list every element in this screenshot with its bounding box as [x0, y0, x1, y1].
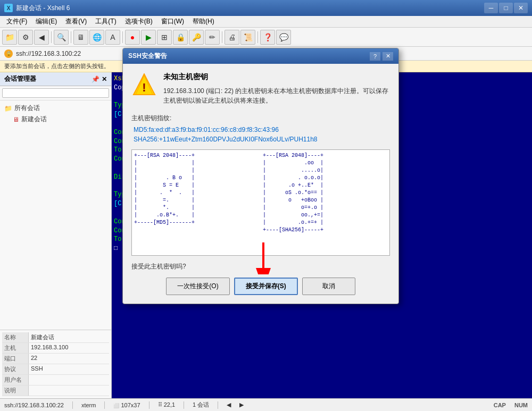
- address-text: ssh://192.168.3.100:22: [16, 50, 81, 57]
- app-icon: X: [4, 4, 13, 12]
- menu-file[interactable]: 文件(F): [2, 16, 31, 27]
- sidebar-tree: 📁 所有会话 🖥 新建会话: [0, 100, 111, 330]
- folder-icon: 📁: [4, 105, 12, 112]
- prop-description: 说明: [2, 385, 109, 396]
- dialog-header: ! 未知主机密钥 192.168.3.100 (端口: 22) 的主机密钥未在本…: [131, 72, 390, 105]
- prop-name: 名称 新建会话: [2, 332, 109, 343]
- svg-text:!: !: [142, 81, 146, 94]
- dialog-controls: ? ✕: [370, 52, 393, 61]
- key-block-sha256: +---[RSA 2048]----+ | .oo | | .....o| | …: [263, 152, 387, 253]
- toolbar-help-btn[interactable]: ❓: [260, 30, 275, 45]
- pin-icon[interactable]: 📌: [92, 76, 99, 83]
- cancel-button[interactable]: 取消: [302, 278, 355, 295]
- toolbar-new-btn[interactable]: 📁: [2, 30, 17, 45]
- prop-description-label: 说明: [2, 385, 29, 396]
- status-terminal-type: xterm: [81, 402, 96, 408]
- fingerprint-label: 主机密钥指纹:: [131, 114, 390, 123]
- nav-right-icon[interactable]: ▶: [239, 401, 244, 408]
- fingerprint-section: 主机密钥指纹: MD5:fa:ed:df:a3:f9:ba:f9:01:cc:9…: [131, 114, 390, 143]
- prop-port: 端口 22: [2, 354, 109, 364]
- menu-tools[interactable]: 工具(T): [91, 16, 120, 27]
- toolbar-script-btn[interactable]: 📜: [240, 30, 255, 45]
- dialog-help-btn[interactable]: ?: [370, 52, 380, 61]
- fingerprint-sha256: SHA256:+11wEeut+Ztm160DPVJu2dUKI0FNox6oU…: [131, 136, 390, 143]
- sidebar-search-area: [0, 86, 111, 100]
- status-size: ⬜ 107x37: [113, 402, 140, 408]
- dialog-main-title: 未知主机密钥: [163, 72, 390, 82]
- toolbar-copy-btn[interactable]: ⚙: [18, 30, 33, 45]
- sidebar: 会话管理器 📌 ✕ 📁 所有会话 🖥 新建会话 名称 新建会话: [0, 72, 112, 398]
- sidebar-header: 会话管理器 📌 ✕: [0, 72, 111, 86]
- accept-save-button[interactable]: 接受并保存(S): [234, 278, 298, 295]
- toolbar-red-btn[interactable]: ●: [125, 30, 140, 45]
- toolbar-sep-1: [51, 31, 52, 43]
- status-sep-1: [72, 401, 73, 409]
- toolbar-layout-btn[interactable]: ⊞: [157, 30, 172, 45]
- tree-item-all-sessions[interactable]: 📁 所有会话: [2, 103, 109, 114]
- search-input[interactable]: [2, 88, 109, 98]
- sidebar-close-icon[interactable]: ✕: [102, 76, 107, 83]
- window-controls: ─ □ ✕: [484, 3, 528, 13]
- toolbar-paste-btn[interactable]: ◀: [34, 30, 49, 45]
- maximize-button[interactable]: □: [499, 3, 513, 13]
- nav-left-icon[interactable]: ◀: [227, 401, 231, 408]
- toolbar-lock-btn[interactable]: 🔒: [173, 30, 188, 45]
- window-title: 新建会话 - Xshell 6: [16, 4, 484, 13]
- lock-icon: 🔒: [4, 49, 13, 58]
- size-icon: ⬜: [113, 403, 119, 408]
- session-icon: 🖥: [13, 116, 19, 123]
- new-session-label: 新建会话: [21, 115, 47, 124]
- tree-item-new-session[interactable]: 🖥 新建会话: [2, 114, 109, 125]
- prop-username-label: 用户名: [2, 375, 29, 385]
- dialog-close-btn[interactable]: ✕: [383, 52, 393, 61]
- info-text: 要添加当前会话，点击左侧的箭头按钮。: [4, 62, 110, 70]
- toolbar-connect-btn[interactable]: 🖥: [73, 30, 88, 45]
- status-num: NUM: [514, 402, 528, 408]
- prop-protocol-label: 协议: [2, 364, 29, 374]
- prop-username-value: [29, 375, 33, 385]
- dialog-title: SSH安全警告: [128, 52, 167, 61]
- toolbar-sep-2: [71, 31, 71, 43]
- dialog-body: ! 未知主机密钥 192.168.3.100 (端口: 22) 的主机密钥未在本…: [123, 64, 398, 304]
- toolbar-green-btn[interactable]: ▶: [141, 30, 156, 45]
- toolbar-edit-btn[interactable]: ✏: [205, 30, 220, 45]
- close-button[interactable]: ✕: [514, 3, 528, 13]
- toolbar-sep-4: [222, 31, 222, 43]
- prop-name-label: 名称: [2, 332, 29, 342]
- status-cap: CAP: [494, 402, 506, 408]
- menu-help[interactable]: 帮助(H): [188, 16, 219, 27]
- dialog-title-bar: SSH安全警告 ? ✕: [123, 48, 398, 64]
- properties-panel: 名称 新建会话 主机 192.168.3.100 端口 22 协议 SSH 用户…: [0, 330, 111, 398]
- fingerprint-md5: MD5:fa:ed:df:a3:f9:ba:f9:01:cc:96:c8:d9:…: [131, 126, 390, 133]
- status-bar: ssh://192.168.3.100:22 xterm ⬜ 107x37 ⠿ …: [0, 398, 532, 411]
- prop-description-value: [29, 385, 33, 396]
- title-bar: X 新建会话 - Xshell 6 ─ □ ✕: [0, 0, 532, 16]
- toolbar-chat-btn[interactable]: 💬: [276, 30, 291, 45]
- menu-edit[interactable]: 编辑(E): [31, 16, 61, 27]
- prop-port-label: 端口: [2, 354, 29, 364]
- prop-host-label: 主机: [2, 343, 29, 353]
- toolbar-key-btn[interactable]: 🔑: [189, 30, 204, 45]
- dialog-header-text: 未知主机密钥 192.168.3.100 (端口: 22) 的主机密钥未在本地主…: [163, 72, 390, 105]
- ssh-security-dialog: SSH安全警告 ? ✕ ! 未知主机密钥 192.168.3.100 (端口: …: [122, 48, 399, 304]
- toolbar: 📁 ⚙ ◀ 🔍 🖥 🌐 A ● ▶ ⊞ 🔒 🔑 ✏ 🖨 📜 ❓ 💬: [0, 28, 532, 47]
- toolbar-search-btn[interactable]: 🔍: [54, 30, 69, 45]
- status-sessions: 1 会话: [193, 401, 209, 409]
- toolbar-sep-3: [122, 31, 123, 43]
- menu-tabs[interactable]: 选项卡(B): [121, 16, 157, 27]
- status-sep-5: [218, 401, 218, 409]
- accept-once-button[interactable]: 一次性接受(O): [166, 278, 229, 295]
- minimize-button[interactable]: ─: [484, 3, 498, 13]
- toolbar-sep-5: [257, 31, 258, 43]
- prop-name-value: 新建会话: [29, 332, 56, 342]
- dialog-description: 192.168.3.100 (端口: 22) 的主机密钥未在本地主机密钥数据库中…: [163, 86, 390, 105]
- prop-host: 主机 192.168.3.100: [2, 343, 109, 354]
- key-block-md5: +---[RSA 2048]----+ | | | | | . B o | | …: [134, 152, 259, 253]
- menu-window[interactable]: 窗口(W): [157, 16, 188, 27]
- all-sessions-label: 所有会话: [14, 104, 40, 113]
- menu-view[interactable]: 查看(V): [61, 16, 91, 27]
- status-position: ⠿ 22,1: [158, 401, 175, 408]
- toolbar-monitor-btn[interactable]: 🖨: [225, 30, 239, 45]
- toolbar-globe-btn[interactable]: 🌐: [89, 30, 104, 45]
- toolbar-font-btn[interactable]: A: [105, 30, 120, 45]
